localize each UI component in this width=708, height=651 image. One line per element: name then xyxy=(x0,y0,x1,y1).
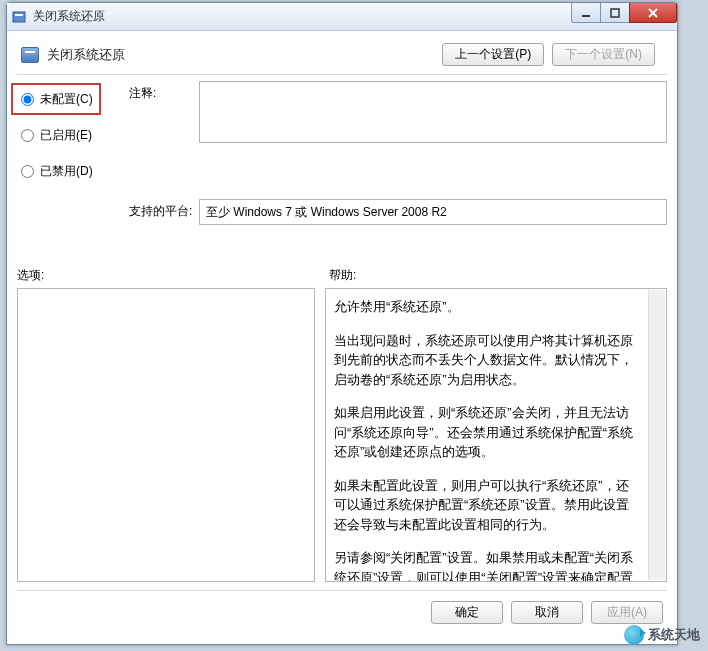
options-label: 选项: xyxy=(17,267,329,284)
radio-not-configured-label: 未配置(C) xyxy=(40,91,93,108)
radio-not-configured[interactable]: 未配置(C) xyxy=(19,87,93,111)
close-button[interactable] xyxy=(629,3,677,23)
svg-rect-1 xyxy=(15,14,23,16)
header-row: 关闭系统还原 上一个设置(P) 下一个设置(N) xyxy=(17,35,667,70)
ok-button[interactable]: 确定 xyxy=(431,601,503,624)
help-panel: 允许禁用“系统还原”。 当出现问题时，系统还原可以使用户将其计算机还原到先前的状… xyxy=(325,288,667,582)
minimize-button[interactable] xyxy=(571,3,601,23)
radio-disabled[interactable]: 已禁用(D) xyxy=(19,159,93,183)
radio-not-configured-highlight: 未配置(C) xyxy=(11,83,101,115)
next-setting-button[interactable]: 下一个设置(N) xyxy=(552,43,655,66)
previous-setting-button[interactable]: 上一个设置(P) xyxy=(442,43,544,66)
options-panel xyxy=(17,288,315,582)
watermark-logo-icon xyxy=(624,625,644,645)
platform-label: 支持的平台: xyxy=(129,199,199,220)
radio-not-configured-input[interactable] xyxy=(21,93,34,106)
radio-enabled-input[interactable] xyxy=(21,129,34,142)
footer: 确定 取消 应用(A) xyxy=(17,590,667,634)
help-paragraph: 如果启用此设置，则“系统还原”会关闭，并且无法访问“系统还原向导”。还会禁用通过… xyxy=(334,403,640,462)
help-text: 允许禁用“系统还原”。 当出现问题时，系统还原可以使用户将其计算机还原到先前的状… xyxy=(334,297,658,582)
scrollbar[interactable] xyxy=(648,290,665,580)
help-label: 帮助: xyxy=(329,267,356,284)
help-paragraph: 如果未配置此设置，则用户可以执行“系统还原”，还可以通过系统保护配置“系统还原”… xyxy=(334,476,640,535)
dialog-content: 关闭系统还原 上一个设置(P) 下一个设置(N) 未配置(C) xyxy=(7,31,677,644)
svg-rect-0 xyxy=(13,12,25,22)
policy-title: 关闭系统还原 xyxy=(47,46,125,64)
radio-enabled-label: 已启用(E) xyxy=(40,127,92,144)
titlebar[interactable]: 关闭系统还原 xyxy=(7,3,677,31)
cancel-button[interactable]: 取消 xyxy=(511,601,583,624)
platform-row: 支持的平台: 至少 Windows 7 或 Windows Server 200… xyxy=(17,199,667,225)
comment-textarea[interactable] xyxy=(199,81,667,143)
radio-enabled[interactable]: 已启用(E) xyxy=(19,123,92,147)
help-paragraph: 另请参阅“关闭配置”设置。如果禁用或未配置“关闭系统还原”设置，则可以使用“关闭… xyxy=(334,548,640,582)
comment-label: 注释: xyxy=(129,81,199,102)
window-title: 关闭系统还原 xyxy=(33,8,105,25)
svg-rect-3 xyxy=(611,9,619,17)
radio-disabled-input[interactable] xyxy=(21,165,34,178)
policy-icon xyxy=(21,47,39,63)
window-controls xyxy=(572,3,677,23)
help-paragraph: 允许禁用“系统还原”。 xyxy=(334,297,640,317)
dialog-window: 关闭系统还原 关闭系统还原 上一个设置(P) 下一个设置(N) xyxy=(6,2,678,645)
help-paragraph: 当出现问题时，系统还原可以使用户将其计算机还原到先前的状态而不丢失个人数据文件。… xyxy=(334,331,640,390)
platform-text: 至少 Windows 7 或 Windows Server 2008 R2 xyxy=(199,199,667,225)
apply-button[interactable]: 应用(A) xyxy=(591,601,663,624)
panel-labels: 选项: 帮助: xyxy=(17,267,667,284)
panels-row: 允许禁用“系统还原”。 当出现问题时，系统还原可以使用户将其计算机还原到先前的状… xyxy=(17,288,667,582)
app-icon xyxy=(11,9,27,25)
watermark: 系统天地 xyxy=(624,625,700,645)
maximize-button[interactable] xyxy=(600,3,630,23)
config-row: 未配置(C) 已启用(E) 已禁用(D) 注释: xyxy=(17,81,667,193)
svg-rect-2 xyxy=(582,15,590,17)
watermark-text: 系统天地 xyxy=(648,626,700,644)
divider xyxy=(17,74,667,75)
radio-disabled-label: 已禁用(D) xyxy=(40,163,93,180)
